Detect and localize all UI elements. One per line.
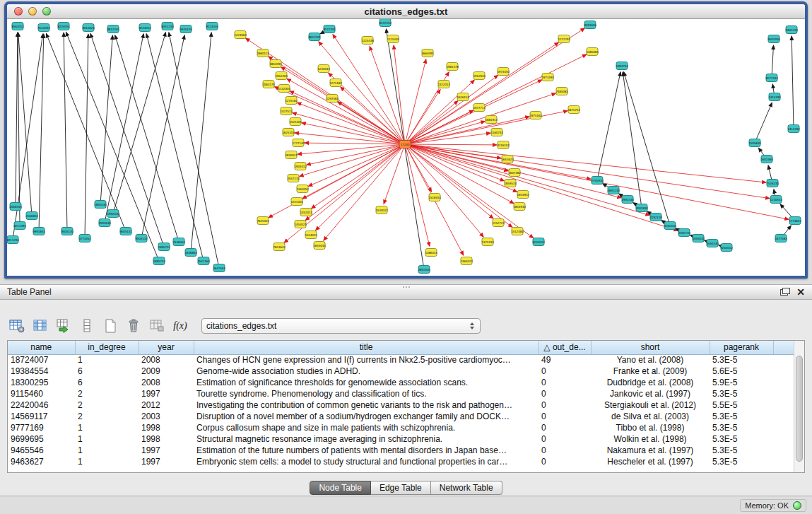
graph-node[interactable]: 1142004 xyxy=(278,85,290,93)
graph-node[interactable]: 1512483 xyxy=(511,228,524,235)
graph-node[interactable]: 1625103 xyxy=(282,129,295,136)
graph-node[interactable]: 1453021 xyxy=(294,221,307,228)
graph-node[interactable]: 1859533 xyxy=(504,180,517,187)
graph-node[interactable]: 1681913 xyxy=(485,116,498,124)
graph-node[interactable]: 2685753 xyxy=(153,257,165,265)
graph-node[interactable]: 1352013 xyxy=(300,209,312,216)
graph-node[interactable]: 1125430 xyxy=(387,35,399,43)
graph-node[interactable]: 1275182 xyxy=(285,97,298,105)
graph-node[interactable]: 2057131 xyxy=(287,175,300,182)
graph-node[interactable]: 1414392 xyxy=(787,125,800,133)
graph-node[interactable]: 1365023 xyxy=(460,257,473,265)
graph-node[interactable]: 3292430 xyxy=(664,222,676,230)
table-row[interactable]: 1872400712008Changes of HCN gene express… xyxy=(8,354,804,366)
graph-node[interactable]: 1984794 xyxy=(616,62,628,70)
graph-node[interactable]: 1221793 xyxy=(558,35,570,43)
graph-node[interactable]: 1485083 xyxy=(586,48,599,56)
graph-node[interactable]: 8234051 xyxy=(57,23,70,30)
graph-node[interactable]: 1626153 xyxy=(457,93,469,101)
table-scrollbar[interactable] xyxy=(794,341,804,472)
graph-node[interactable]: 9505131 xyxy=(119,228,132,235)
graph-node[interactable]: 8812345 xyxy=(107,25,119,33)
merge-table-icon[interactable] xyxy=(148,317,166,334)
graph-node[interactable]: 8277443 xyxy=(765,74,778,82)
graph-node[interactable]: 1875753 xyxy=(567,106,580,114)
graph-node[interactable]: 9234012 xyxy=(139,24,151,32)
graph-node[interactable]: 1322013 xyxy=(437,81,450,88)
graph-node[interactable]: 9345120 xyxy=(180,25,192,33)
graph-node[interactable]: 1973493 xyxy=(541,74,554,81)
panel-drag-handle[interactable] xyxy=(403,286,410,288)
graph-node[interactable]: 2991530 xyxy=(621,196,634,204)
graph-node[interactable]: 8183046 xyxy=(584,21,596,29)
graph-node[interactable]: 3547163 xyxy=(197,257,210,265)
graph-node[interactable]: 3493030 xyxy=(692,235,705,243)
graph-node[interactable]: 1677583 xyxy=(775,235,787,243)
graph-node[interactable]: 3192130 xyxy=(649,214,662,221)
graph-node[interactable]: 1777140 xyxy=(292,139,305,147)
graph-node[interactable]: 1595830 xyxy=(748,139,761,147)
graph-node[interactable]: 1251304 xyxy=(290,198,303,206)
graph-node[interactable]: 1654932 xyxy=(517,191,529,199)
graph-node[interactable]: 9505132 xyxy=(135,235,148,243)
tab-network-table[interactable]: Network Table xyxy=(431,481,502,495)
graph-node[interactable]: 1275183 xyxy=(329,79,342,87)
graph-node[interactable]: 3774352 xyxy=(78,235,91,243)
graph-node[interactable]: 1386443 xyxy=(425,249,437,257)
graph-node[interactable]: 1774833 xyxy=(789,217,801,225)
column-header-short[interactable]: short xyxy=(591,341,710,354)
graph-node[interactable]: 9015623 xyxy=(82,24,95,32)
graph-node[interactable]: 1602360 xyxy=(760,156,773,163)
tab-node-table[interactable]: Node Table xyxy=(310,481,371,495)
table-row[interactable]: 1456911722003Disruption of a novel membe… xyxy=(8,411,804,422)
float-panel-icon[interactable] xyxy=(780,289,788,296)
rows-icon[interactable] xyxy=(78,317,96,334)
graph-node[interactable]: 9991853 xyxy=(33,228,45,235)
table-row[interactable]: 969969511998Structural magnetic resonanc… xyxy=(8,433,804,445)
window-titlebar[interactable]: citations_edges.txt xyxy=(7,4,805,19)
graph-node[interactable]: 9245013 xyxy=(532,238,545,246)
graph-node[interactable]: 1952304 xyxy=(275,72,288,80)
graph-node[interactable]: 7526230 xyxy=(766,180,779,187)
table-source-dropdown[interactable]: citations_edges.txt xyxy=(201,318,481,334)
graph-node[interactable]: 1912934 xyxy=(473,72,486,80)
graph-node[interactable]: 9245012 xyxy=(720,244,733,252)
graph-node[interactable]: 1977713 xyxy=(473,104,486,112)
graph-node[interactable]: 1152723 xyxy=(492,219,505,227)
graph-node[interactable]: 1518453 xyxy=(428,194,441,201)
graph-node[interactable]: 1852091 xyxy=(269,60,282,68)
graph-node[interactable]: 8572301 xyxy=(323,25,336,33)
graph-node[interactable]: 2791930 xyxy=(591,177,604,185)
graph-node[interactable]: 1240043 xyxy=(317,65,330,73)
graph-node[interactable]: 1651623 xyxy=(501,156,514,163)
graph-node[interactable]: 3091830 xyxy=(635,204,648,212)
graph-node[interactable]: 2092630 xyxy=(98,219,111,227)
graph-node[interactable]: 2891930 xyxy=(418,266,430,274)
graph-node[interactable]: 1530022 xyxy=(375,206,388,214)
graph-node[interactable]: 1125438 xyxy=(361,37,374,45)
graph-node[interactable]: 1992330 xyxy=(107,210,119,218)
graph-node[interactable]: 8311294 xyxy=(7,236,19,244)
graph-node[interactable]: 8451230 xyxy=(161,23,174,30)
table-scrollbar-thumb[interactable] xyxy=(796,356,803,462)
graph-node[interactable]: 2685752 xyxy=(158,243,170,251)
table-row[interactable]: 946362711997Embryonic stem cells: a mode… xyxy=(8,456,804,467)
table-settings-icon[interactable] xyxy=(8,317,26,334)
graph-node[interactable]: 1854930 xyxy=(513,203,526,211)
graph-node[interactable]: 1297583 xyxy=(326,95,339,103)
function-builder-icon[interactable]: f(x) xyxy=(171,317,189,334)
graph-node[interactable]: 1892030 xyxy=(94,201,107,209)
graph-node[interactable]: 8211394 xyxy=(13,222,26,230)
graph-node[interactable]: 7653642 xyxy=(273,243,286,251)
graph-node[interactable]: 7625401 xyxy=(257,217,269,225)
graph-node[interactable]: 1973450 xyxy=(497,68,510,76)
graph-node[interactable]: 1427512 xyxy=(280,107,293,115)
graph-node[interactable]: 9491230 xyxy=(785,26,798,34)
table-row[interactable]: 946554611997Estimation of the future num… xyxy=(8,445,804,456)
graph-node[interactable]: 3446863 xyxy=(184,249,197,257)
graph-node[interactable]: 1160743 xyxy=(490,129,503,136)
graph-node[interactable]: 8657201 xyxy=(308,33,321,41)
table-row[interactable]: 1938455462009Genome-wide association stu… xyxy=(8,366,804,377)
graph-node[interactable]: 1607382 xyxy=(508,169,521,177)
delete-table-icon[interactable] xyxy=(124,317,143,334)
